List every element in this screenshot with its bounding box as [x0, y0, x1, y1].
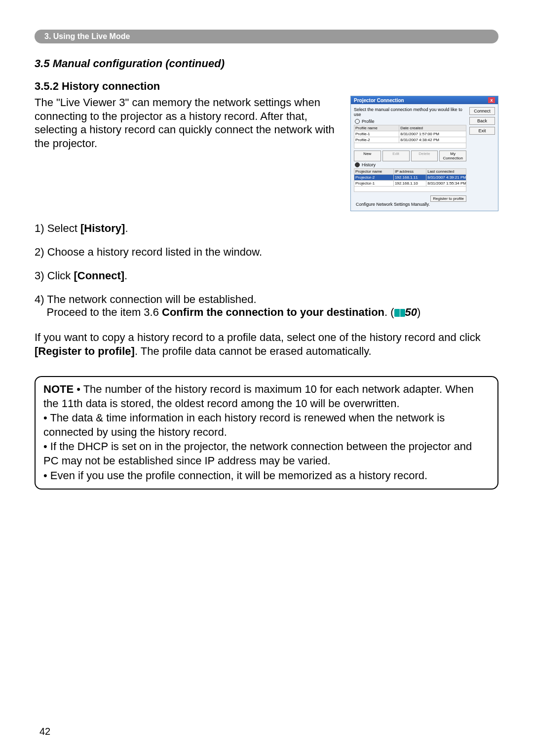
- page-number: 42: [39, 726, 50, 737]
- intro-paragraph: The "Live Viewer 3" can memory the netwo…: [35, 96, 342, 150]
- edit-button[interactable]: Edit: [382, 151, 410, 161]
- radio-history[interactable]: History: [355, 162, 466, 167]
- col-last-connected: Last connected: [426, 169, 466, 175]
- book-icon: [394, 309, 405, 317]
- projector-connection-dialog: Projector Connection x Select the manual…: [350, 96, 498, 211]
- subsection-heading: 3.5.2 History connection: [35, 80, 498, 93]
- radio-profile-label: Profile: [362, 119, 375, 124]
- connect-button[interactable]: Connect: [469, 107, 495, 115]
- note-4: • Even if you use the profile connection…: [43, 469, 427, 482]
- close-icon[interactable]: x: [488, 97, 495, 103]
- col-profile-name: Profile name: [354, 125, 399, 131]
- step-4: 4) The network connection will be establ…: [35, 293, 498, 319]
- delete-button[interactable]: Delete: [411, 151, 438, 161]
- col-projector-name: Projector name: [354, 169, 394, 175]
- note-1: • The number of the history record is ma…: [43, 383, 474, 410]
- radio-icon: [355, 119, 360, 124]
- profile-table: Profile name Date created Profile-1 8/31…: [354, 125, 466, 149]
- table-row[interactable]: Profile-2 8/31/2007 4:38:42 PM: [354, 137, 466, 143]
- my-connection-button[interactable]: My Connection: [439, 151, 466, 161]
- radio-profile[interactable]: Profile: [355, 119, 466, 124]
- dialog-titlebar: Projector Connection x: [351, 96, 498, 104]
- back-button[interactable]: Back: [469, 117, 495, 125]
- col-date-created: Date created: [399, 125, 466, 131]
- table-row[interactable]: Projector-1 192.168.1.10 8/31/2007 1:55:…: [354, 181, 466, 187]
- radio-icon: [355, 162, 360, 167]
- radio-manual-label: Configure Network Settings Manually.: [356, 202, 430, 207]
- table-row[interactable]: Projector-2 192.168.1.11 8/31/2007 4:39:…: [354, 175, 466, 181]
- radio-history-label: History: [362, 162, 376, 167]
- note-box: NOTE • The number of the history record …: [35, 376, 498, 489]
- section-title: 3.5 Manual configuration (continued): [35, 57, 498, 70]
- dialog-instruction: Select the manual connection method you …: [354, 107, 466, 117]
- exit-button[interactable]: Exit: [469, 127, 495, 135]
- table-row[interactable]: Profile-1 8/31/2007 1:57:00 PM: [354, 131, 466, 137]
- breadcrumb: 3. Using the Live Mode: [44, 32, 130, 41]
- step-3: 3) Click [Connect].: [35, 269, 498, 282]
- col-ip: IP address: [393, 169, 426, 175]
- new-button[interactable]: New: [354, 151, 381, 161]
- dialog-title: Projector Connection: [354, 98, 404, 103]
- note-2: • The data & time information in each hi…: [43, 412, 445, 438]
- radio-manual[interactable]: Configure Network Settings Manually.: [354, 202, 466, 207]
- note-label: NOTE: [43, 383, 74, 395]
- history-table: Projector name IP address Last connected…: [354, 168, 466, 192]
- step-2: 2) Choose a history record listed in the…: [35, 246, 498, 259]
- step-1: 1) Select [History].: [35, 222, 498, 235]
- copy-paragraph: If you want to copy a history record to …: [35, 331, 498, 358]
- section-header: 3. Using the Live Mode: [35, 30, 498, 43]
- register-to-profile-button[interactable]: Register to profile: [430, 195, 466, 202]
- note-3: • If the DHCP is set on in the projector…: [43, 440, 472, 467]
